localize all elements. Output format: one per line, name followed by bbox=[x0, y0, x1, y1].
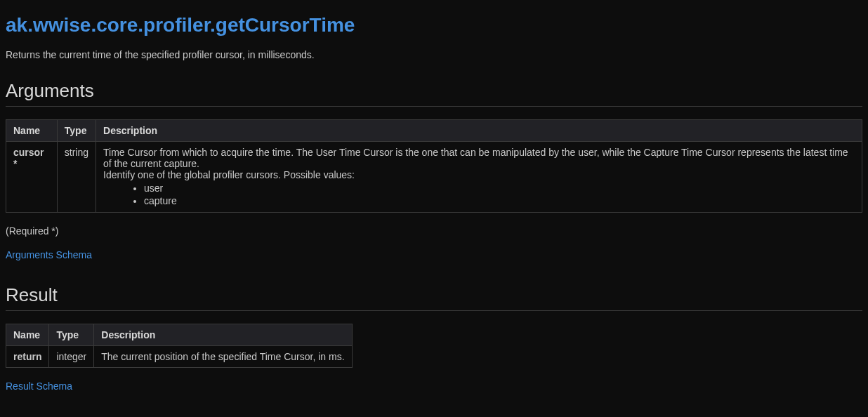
page-description: Returns the current time of the specifie… bbox=[6, 49, 862, 60]
arguments-heading: Arguments bbox=[6, 80, 862, 107]
col-header-type: Type bbox=[57, 120, 96, 142]
required-note: (Required *) bbox=[6, 225, 862, 237]
result-name: return bbox=[6, 346, 49, 368]
list-item: user bbox=[144, 182, 855, 194]
arg-desc-line2: Identify one of the global profiler curs… bbox=[103, 169, 355, 180]
page-title: ak.wwise.core.profiler.getCursorTime bbox=[6, 6, 862, 37]
table-row: return integer The current position of t… bbox=[6, 346, 353, 368]
list-item: capture bbox=[144, 194, 855, 207]
table-header-row: Name Type Description bbox=[6, 324, 353, 346]
table-header-row: Name Type Description bbox=[6, 120, 862, 142]
result-heading: Result bbox=[6, 284, 862, 311]
table-row: cursor * string Time Cursor from which t… bbox=[6, 142, 862, 213]
col-header-name: Name bbox=[6, 324, 49, 346]
col-header-description: Description bbox=[94, 324, 352, 346]
result-schema-link[interactable]: Result Schema bbox=[6, 380, 72, 392]
arg-values-list: user capture bbox=[103, 182, 855, 207]
arg-description: Time Cursor from which to acquire the ti… bbox=[96, 142, 862, 213]
result-table: Name Type Description return integer The… bbox=[6, 324, 353, 368]
col-header-description: Description bbox=[96, 120, 862, 142]
col-header-name: Name bbox=[6, 120, 58, 142]
col-header-type: Type bbox=[49, 324, 94, 346]
result-type: integer bbox=[49, 346, 94, 368]
result-description: The current position of the specified Ti… bbox=[94, 346, 352, 368]
arg-name: cursor * bbox=[6, 142, 58, 213]
arg-type: string bbox=[57, 142, 96, 213]
arguments-table: Name Type Description cursor * string Ti… bbox=[6, 119, 862, 213]
arguments-schema-link[interactable]: Arguments Schema bbox=[6, 249, 92, 260]
arg-desc-line1: Time Cursor from which to acquire the ti… bbox=[103, 147, 848, 169]
